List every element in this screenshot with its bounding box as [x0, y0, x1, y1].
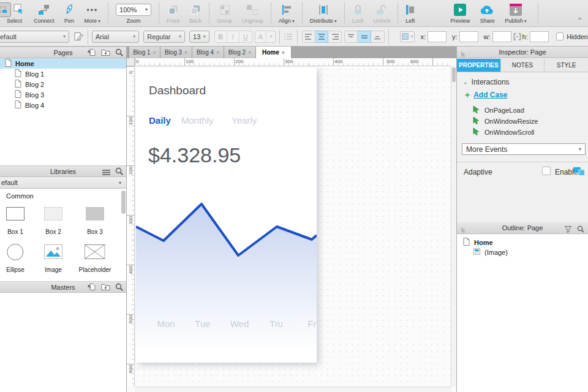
weekday-label: Wed — [230, 318, 249, 329]
publish-button[interactable]: Publish▾ — [500, 2, 532, 24]
w-input[interactable] — [492, 31, 511, 42]
dashboard-mockup-widget[interactable]: Dashboard Daily Monthly Yearly $4.328.95… — [136, 67, 317, 363]
y-input[interactable] — [459, 31, 478, 42]
mockup-tab-monthly[interactable]: Monthly — [181, 115, 214, 126]
font-weight-dropdown[interactable]: Regular ▾ — [143, 31, 185, 43]
font-size-dropdown[interactable]: 13 ▾ — [189, 31, 209, 43]
align-left-button[interactable]: Left — [401, 2, 420, 24]
add-page-icon[interactable] — [88, 282, 96, 293]
design-canvas[interactable]: Dashboard Daily Monthly Yearly $4.328.95… — [135, 66, 451, 386]
tab-properties[interactable]: PROPERTIES — [457, 59, 501, 72]
tab-blog3[interactable]: Blog 3 × — [160, 47, 192, 58]
fill-color-dropdown[interactable]: ▾ — [400, 31, 415, 42]
close-icon[interactable]: × — [248, 50, 251, 56]
close-icon[interactable]: × — [153, 50, 156, 56]
back-button[interactable]: Back — [184, 2, 206, 24]
library-section-label: Common — [6, 192, 34, 200]
tab-notes[interactable]: NOTES — [501, 59, 545, 72]
bullet-list-icon[interactable] — [284, 33, 293, 40]
tab-blog4[interactable]: Blog 4 × — [192, 47, 224, 58]
unlock-button[interactable]: Unlock — [369, 2, 396, 24]
event-onpageload[interactable]: OnPageLoad — [472, 106, 524, 115]
add-folder-icon[interactable] — [101, 48, 110, 59]
front-button[interactable]: Front — [162, 2, 184, 24]
widget-box2[interactable]: Box 2 — [44, 205, 62, 235]
page-tree-item-blog2[interactable]: Blog 2 — [0, 79, 126, 89]
widget-style-dropdown[interactable]: efault ▾ — [0, 31, 69, 43]
italic-button[interactable]: I — [227, 31, 239, 42]
underline-button[interactable]: U — [239, 31, 252, 42]
event-onwindowresize[interactable]: OnWindowResize — [472, 117, 538, 126]
group-button[interactable]: Group — [212, 2, 237, 24]
adaptive-views-icon[interactable] — [573, 167, 585, 178]
pen-tool-button[interactable]: Pen — [59, 2, 80, 24]
bold-button[interactable]: B — [215, 31, 227, 42]
page-tree-item-blog1[interactable]: Blog 1 — [0, 69, 126, 79]
widget-ellipse[interactable]: Ellipse — [6, 243, 24, 273]
more-events-dropdown[interactable]: More Events ▾ — [462, 143, 586, 155]
interactions-section-header[interactable]: ⌄ Interactions — [463, 78, 510, 86]
page-tree-item-home[interactable]: Home — [0, 58, 126, 69]
zoom-dropdown[interactable]: 100% ▾ — [116, 4, 151, 16]
more-tools-button[interactable]: ••• More▾ — [80, 2, 106, 24]
align-text-left-button[interactable] — [302, 31, 315, 43]
select-contained-icon[interactable] — [0, 2, 11, 17]
library-scrollbar-thumb[interactable] — [121, 190, 126, 214]
filter-funnel-icon[interactable] — [565, 224, 571, 235]
tab-style[interactable]: STYLE — [545, 59, 588, 72]
hidden-checkbox[interactable] — [556, 32, 564, 40]
h-input[interactable] — [530, 31, 549, 42]
mockup-tab-yearly[interactable]: Yearly — [232, 115, 257, 126]
add-case-link[interactable]: + Add Case — [465, 90, 508, 100]
maintain-ratio-icon[interactable] — [513, 33, 521, 40]
outline-item-home[interactable]: Home — [463, 238, 493, 247]
distribute-button[interactable]: Distribute▾ — [305, 2, 342, 24]
page-tree-item-blog4[interactable]: Blog 4 — [0, 100, 126, 110]
search-icon[interactable] — [115, 282, 123, 293]
tab-blog2[interactable]: Blog 2 × — [224, 47, 256, 58]
align-text-middle-button[interactable] — [358, 31, 371, 43]
page-tree-item-blog3[interactable]: Blog 3 — [0, 89, 126, 100]
bring-to-front-icon — [168, 2, 179, 17]
align-text-right-button[interactable] — [328, 31, 342, 43]
align-text-top-button[interactable] — [344, 31, 358, 43]
scrollbar-thumb[interactable] — [452, 67, 456, 82]
close-icon[interactable]: × — [184, 50, 187, 56]
search-icon[interactable] — [577, 224, 584, 235]
x-input[interactable] — [428, 31, 447, 42]
connect-tool-button[interactable]: Connect — [29, 2, 59, 24]
select-tool-button[interactable]: Select — [0, 2, 29, 24]
widget-box1[interactable]: Box 1 — [6, 205, 24, 235]
outline-item-image[interactable]: (Image) — [473, 248, 508, 256]
menu-icon[interactable] — [102, 167, 110, 178]
close-icon[interactable]: × — [216, 50, 219, 56]
canvas-vertical-scrollbar[interactable] — [451, 66, 456, 386]
event-onwindowscroll[interactable]: OnWindowScroll — [472, 128, 534, 137]
widget-box3[interactable]: Box 3 — [86, 205, 104, 235]
library-select-dropdown[interactable]: efault ▾ — [0, 177, 126, 189]
ungroup-button[interactable]: Ungroup — [237, 2, 268, 24]
canvas-horizontal-scrollbar[interactable] — [135, 386, 451, 392]
add-folder-icon[interactable] — [101, 282, 110, 293]
select-intersected-icon[interactable] — [13, 4, 24, 15]
close-icon[interactable]: × — [282, 50, 285, 56]
widget-image[interactable]: Image — [44, 243, 62, 273]
font-family-dropdown[interactable]: Arial ▾ — [92, 31, 139, 43]
mockup-tab-daily[interactable]: Daily — [149, 115, 171, 126]
search-icon[interactable] — [115, 48, 123, 59]
adaptive-enabled-checkbox[interactable] — [542, 167, 551, 175]
lock-button[interactable]: Lock — [347, 2, 369, 24]
edit-style-icon[interactable] — [74, 32, 84, 42]
tab-home[interactable]: Home × — [256, 47, 292, 58]
preview-button[interactable]: Preview — [445, 2, 475, 24]
align-button[interactable]: Align▾ — [274, 2, 300, 24]
toolbar-collapse-chevron-icon[interactable]: ⌄ — [576, 12, 583, 21]
widget-placeholder[interactable]: Placeholder — [79, 243, 111, 273]
share-button[interactable]: Share — [475, 2, 500, 24]
font-color-button[interactable]: A — [255, 31, 266, 42]
tab-blog1[interactable]: Blog 1 × — [129, 47, 160, 58]
search-icon[interactable] — [115, 167, 123, 178]
align-text-center-button[interactable] — [315, 31, 329, 43]
add-page-icon[interactable] — [88, 48, 96, 59]
align-text-bottom-button[interactable] — [371, 31, 385, 43]
